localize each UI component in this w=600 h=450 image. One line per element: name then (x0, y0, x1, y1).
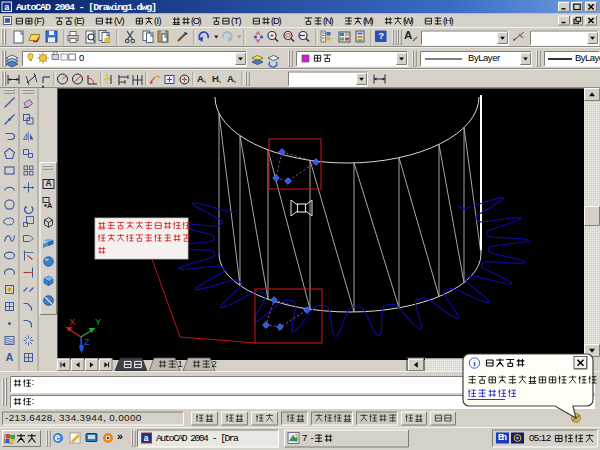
svg-text:(W): (W) (403, 16, 414, 26)
svg-text:A: A (46, 178, 52, 188)
svg-text:e: e (55, 431, 61, 443)
svg-text:AutoCAD 2004 - [Dra: AutoCAD 2004 - [Dra (156, 433, 239, 444)
svg-text:(D): (D) (271, 16, 282, 26)
svg-text:7 -: 7 - (302, 432, 314, 443)
svg-text:(V): (V) (114, 16, 125, 26)
svg-text:A: A (227, 73, 234, 84)
svg-text:(E): (E) (74, 16, 85, 26)
svg-text:(F): (F) (34, 16, 45, 26)
svg-text:ByLayer: ByLayer (468, 52, 500, 63)
svg-text:A: A (404, 29, 413, 41)
svg-text:(T): (T) (231, 16, 242, 26)
svg-text:Z: Z (84, 337, 90, 347)
svg-text:1: 1 (177, 358, 182, 369)
svg-text:?: ? (378, 30, 384, 41)
svg-text:0: 0 (79, 52, 84, 63)
svg-text:(M): (M) (363, 16, 374, 26)
svg-text::: : (32, 395, 35, 406)
svg-text:»: » (117, 430, 123, 442)
svg-text:2: 2 (211, 358, 216, 369)
svg-text:Y: Y (95, 316, 102, 327)
svg-text:ByLaye: ByLaye (575, 52, 600, 63)
svg-text:(O): (O) (191, 16, 202, 26)
svg-text:a: a (144, 434, 150, 444)
svg-text::: : (32, 376, 35, 387)
svg-text:H: H (212, 73, 219, 84)
svg-text:En: En (498, 432, 507, 442)
svg-text:(H): (H) (443, 16, 454, 26)
svg-text:(I): (I) (154, 16, 162, 26)
svg-text:X: X (69, 316, 76, 327)
svg-text:AutoCAD 2004 - [Drawing1.dwg]: AutoCAD 2004 - [Drawing1.dwg] (16, 2, 157, 13)
svg-text:A: A (47, 201, 53, 210)
svg-text:a: a (4, 3, 10, 13)
svg-text:(N): (N) (323, 16, 334, 26)
svg-text:A: A (6, 351, 14, 363)
svg-text:-213.6428, 334.3944, 0.0000: -213.6428, 334.3944, 0.0000 (5, 412, 142, 423)
svg-text:A: A (197, 73, 204, 84)
svg-text:05:12: 05:12 (529, 432, 551, 443)
